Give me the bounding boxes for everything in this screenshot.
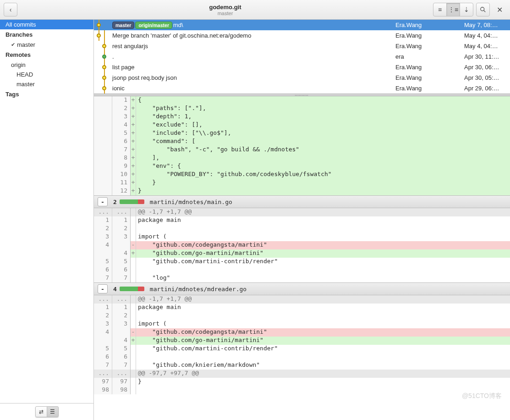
commit-author: Era.Wang xyxy=(395,85,464,92)
diff-line: 4+ "github.com/go-martini/martini" xyxy=(94,249,510,258)
commit-date: Apr 30, 05:… xyxy=(464,74,510,81)
commit-author: era xyxy=(395,53,464,60)
diff-line: 8+ ], xyxy=(94,154,510,162)
diff-line: 33 import ( xyxy=(94,233,510,241)
commit-subject: . xyxy=(112,53,114,60)
commit-author: Era.Wang xyxy=(395,22,464,28)
commit-date: Apr 29, 06:… xyxy=(464,85,510,92)
commit-row[interactable]: rest angularjsEra.WangMay 4, 04:… xyxy=(94,41,510,51)
close-button[interactable]: ✕ xyxy=(493,3,506,17)
commit-row[interactable]: jsonp post req.body jsonEra.WangApr 30, … xyxy=(94,72,510,83)
diff-line: 1+{ xyxy=(94,96,510,105)
badge-origin: origin/master xyxy=(135,22,172,29)
sidebar-branches-header: Branches xyxy=(0,29,93,40)
file-path: martini/mdnotes/main.go xyxy=(150,199,232,205)
commit-subject: Merge branch 'master' of git.oschina.net… xyxy=(112,32,251,39)
diff-line: 4+ "exclude": [], xyxy=(94,121,510,129)
sidebar: All commits Branches ✔master Remotes ori… xyxy=(0,20,94,420)
diff-line: 9898 xyxy=(94,386,510,394)
commit-row[interactable]: .eraApr 30, 11:… xyxy=(94,51,510,62)
diff-line: 22 xyxy=(94,312,510,320)
sidebar-remote-head[interactable]: HEAD xyxy=(0,70,93,79)
commit-date: May 4, 04:… xyxy=(464,43,510,50)
back-button[interactable]: ‹ xyxy=(4,3,17,17)
sidebar-tags-header: Tags xyxy=(0,89,93,99)
commit-date: Apr 30, 06:… xyxy=(464,64,510,71)
diff-line: 77 "log" xyxy=(94,274,510,282)
diff-line: 4- "github.com/codegangsta/martini" xyxy=(94,241,510,249)
diff-line: 11+ } xyxy=(94,179,510,187)
title-area: godemo.git master xyxy=(20,4,430,16)
repo-title: godemo.git xyxy=(20,4,430,11)
diff-hunk: ......@@ -1,7 +1,7 @@ xyxy=(94,208,510,216)
collapse-button[interactable]: - xyxy=(98,284,108,293)
sidebar-branch-master[interactable]: ✔master xyxy=(0,40,93,50)
repo-subtitle: master xyxy=(20,11,430,16)
diff-line: 22 xyxy=(94,225,510,233)
file-path: martini/mdnotes/mdreader.go xyxy=(150,286,247,293)
diff-line: 10+ "POWERED_BY": "github.com/codeskyblu… xyxy=(94,171,510,179)
sidebar-footer: ⇄ ☰ xyxy=(0,403,93,420)
search-button[interactable] xyxy=(476,3,490,17)
diff-side-button[interactable]: ⇄ xyxy=(35,406,47,417)
svg-line-1 xyxy=(484,11,486,12)
diff-line: 6+ "command": [ xyxy=(94,138,510,146)
sidebar-remotes-header: Remotes xyxy=(0,50,93,60)
splitter[interactable] xyxy=(94,94,510,96)
toolbar: ‹ godemo.git master ≡ ⋮≡ ⇣ ✕ xyxy=(0,0,510,20)
search-icon xyxy=(480,6,486,13)
branch-label: master xyxy=(17,41,35,48)
svg-point-0 xyxy=(481,7,484,11)
diff-line: 3+ "depth": 1, xyxy=(94,113,510,121)
diff-line: 55 "github.com/martini-contrib/render" xyxy=(94,258,510,266)
diff-line: 77 "github.com/knieriem/markdown" xyxy=(94,361,510,370)
file-header[interactable]: -4martini/mdnotes/mdreader.go xyxy=(94,282,510,295)
commit-row[interactable]: list pageEra.WangApr 30, 06:… xyxy=(94,62,510,72)
file-stat: 4 xyxy=(113,286,144,293)
watermark: @51CTO博客 xyxy=(462,392,502,400)
commit-log[interactable]: masterorigin/master md\Era.WangMay 7, 08… xyxy=(94,20,510,94)
view-lines-button[interactable]: ≡ xyxy=(433,3,447,17)
commit-subject: list page xyxy=(112,64,134,71)
diff-hunk: ......@@ -97,7 +97,7 @@ xyxy=(94,370,510,378)
commit-date: May 7, 08:… xyxy=(464,22,510,28)
commit-row[interactable]: Merge branch 'master' of git.oschina.net… xyxy=(94,30,510,41)
commit-author: Era.Wang xyxy=(395,32,464,39)
diff-line: 9+ "env": { xyxy=(94,162,510,171)
commit-author: Era.Wang xyxy=(395,43,464,50)
sidebar-all-commits[interactable]: All commits xyxy=(0,20,93,29)
diff-line: 4- "github.com/codegangsta/martini" xyxy=(94,328,510,337)
diff-line: 7+ "bash", "-c", "go build && ./mdnotes" xyxy=(94,146,510,154)
diff-view[interactable]: 1+{2+ "paths": ["."],3+ "depth": 1,4+ "e… xyxy=(94,96,510,420)
collapse-button[interactable]: - xyxy=(98,197,108,206)
diff-hunk: ......@@ -1,7 +1,7 @@ xyxy=(94,295,510,304)
view-compact-button[interactable]: ⇣ xyxy=(460,3,473,17)
file-stat: 2 xyxy=(113,199,144,205)
sidebar-remote-master[interactable]: master xyxy=(0,79,93,89)
diff-line: 2+ "paths": ["."], xyxy=(94,105,510,113)
check-icon: ✔ xyxy=(11,42,15,48)
badge-master: master xyxy=(112,22,134,29)
commit-subject: ionic xyxy=(112,85,125,92)
diff-line: 66 xyxy=(94,266,510,274)
diff-line: 11 package main xyxy=(94,304,510,312)
diff-unified-button[interactable]: ☰ xyxy=(47,406,59,417)
diff-line: 55 "github.com/martini-contrib/render" xyxy=(94,345,510,353)
diff-line: 5+ "include": ["\\.go$"], xyxy=(94,129,510,138)
commit-row[interactable]: ionicEra.WangApr 29, 06:… xyxy=(94,83,510,94)
commit-date: May 4, 04:… xyxy=(464,32,510,39)
commit-subject: md\ xyxy=(173,22,183,28)
diff-line: 33 import ( xyxy=(94,320,510,328)
diff-line: 4+ "github.com/go-martini/martini" xyxy=(94,337,510,345)
diff-line: 66 xyxy=(94,353,510,361)
commit-author: Era.Wang xyxy=(395,74,464,81)
file-header[interactable]: -2martini/mdnotes/main.go xyxy=(94,195,510,208)
diff-line: 11 package main xyxy=(94,216,510,225)
view-list-button[interactable]: ⋮≡ xyxy=(446,3,460,17)
sidebar-remote-origin[interactable]: origin xyxy=(0,60,93,70)
commit-subject: jsonp post req.body json xyxy=(112,74,177,81)
commit-row[interactable]: masterorigin/master md\Era.WangMay 7, 08… xyxy=(94,20,510,30)
diff-line: 9797 } xyxy=(94,378,510,386)
commit-subject: rest angularjs xyxy=(112,43,148,50)
commit-author: Era.Wang xyxy=(395,64,464,71)
